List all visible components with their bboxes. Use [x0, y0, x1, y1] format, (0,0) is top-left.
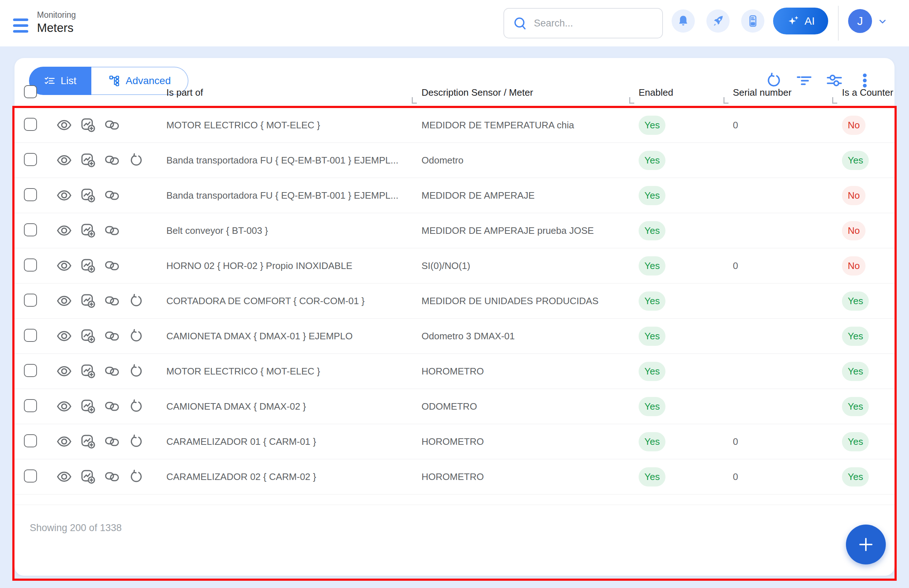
- history-icon[interactable]: [128, 433, 144, 450]
- view-icon[interactable]: [56, 468, 73, 485]
- view-icon[interactable]: [56, 152, 73, 168]
- column-header-is-part-of[interactable]: Is part of: [160, 87, 415, 98]
- enabled-badge: Yes: [639, 467, 665, 486]
- row-checkbox[interactable]: [24, 118, 37, 131]
- history-icon[interactable]: [128, 363, 144, 380]
- search-icon: [512, 15, 528, 31]
- add-reading-icon[interactable]: [80, 187, 97, 204]
- add-reading-icon[interactable]: [80, 433, 97, 450]
- description-value: Odometro: [415, 155, 632, 166]
- serial-number-value: 0: [727, 120, 738, 131]
- table-row[interactable]: Belt conveyor { BT-003 } MEDIDOR DE AMPE…: [15, 213, 894, 248]
- is-part-of-value: MOTOR ELECTRICO { MOT-ELEC }: [160, 120, 415, 131]
- row-checkbox[interactable]: [24, 188, 37, 201]
- table-row[interactable]: CARAMELIZADOR 02 { CARM-02 } HOROMETRO Y…: [15, 459, 894, 494]
- add-reading-icon[interactable]: [80, 152, 97, 168]
- history-icon[interactable]: [128, 468, 144, 485]
- avatar[interactable]: J: [848, 9, 872, 33]
- column-resize-handle[interactable]: [629, 97, 634, 104]
- link-icon[interactable]: [104, 398, 120, 415]
- column-header-enabled[interactable]: Enabled: [632, 87, 727, 98]
- history-icon[interactable]: [128, 152, 144, 168]
- add-reading-icon[interactable]: [80, 292, 97, 309]
- description-value: MEDIDOR DE UNIDADES PRODUCIDAS: [415, 296, 632, 307]
- link-icon[interactable]: [104, 152, 120, 168]
- enabled-badge: Yes: [639, 116, 665, 135]
- row-checkbox[interactable]: [24, 399, 37, 412]
- table-row[interactable]: CARAMELIZADOR 01 { CARM-01 } HOROMETRO Y…: [15, 424, 894, 459]
- link-icon[interactable]: [104, 292, 120, 309]
- select-all-checkbox[interactable]: [24, 85, 37, 98]
- breadcrumb-section: Monitoring: [37, 10, 76, 20]
- row-checkbox[interactable]: [24, 434, 37, 447]
- description-value: SI(0)/NO(1): [415, 260, 632, 271]
- row-checkbox[interactable]: [24, 329, 37, 342]
- counter-badge: Yes: [842, 291, 869, 311]
- view-icon[interactable]: [56, 117, 73, 133]
- add-reading-icon[interactable]: [80, 363, 97, 380]
- add-reading-icon[interactable]: [80, 398, 97, 415]
- table-row[interactable]: HORNO 02 { HOR-02 } Propio INOXIDABLE SI…: [15, 248, 894, 283]
- add-reading-icon[interactable]: [80, 328, 97, 344]
- view-icon[interactable]: [56, 398, 73, 415]
- table-row[interactable]: Banda transportadora FU { EQ-EM-BT-001 }…: [15, 178, 894, 213]
- table-row[interactable]: MOTOR ELECTRICO { MOT-ELEC } MEDIDOR DE …: [15, 107, 894, 142]
- view-icon[interactable]: [56, 363, 73, 380]
- is-part-of-value: CAMIONETA DMAX { DMAX-02 }: [160, 401, 415, 412]
- table-row[interactable]: CAMIONETA DMAX { DMAX-01 } EJEMPLO Odome…: [15, 318, 894, 354]
- ai-assistant-button[interactable]: AI: [773, 8, 828, 34]
- column-header-counter[interactable]: Is a Counter: [835, 87, 894, 98]
- table-body: MOTOR ELECTRICO { MOT-ELEC } MEDIDOR DE …: [15, 107, 894, 494]
- link-icon[interactable]: [104, 468, 120, 485]
- add-reading-icon[interactable]: [80, 222, 97, 239]
- table-row[interactable]: MOTOR ELECTRICO { MOT-ELEC } HOROMETRO Y…: [15, 354, 894, 389]
- column-header-description[interactable]: Description Sensor / Meter: [415, 87, 632, 98]
- view-icon[interactable]: [56, 187, 73, 204]
- row-checkbox[interactable]: [24, 258, 37, 271]
- row-checkbox[interactable]: [24, 364, 37, 377]
- link-icon[interactable]: [104, 328, 120, 344]
- counter-badge: Yes: [842, 326, 869, 346]
- column-header-serial[interactable]: Serial number: [727, 87, 835, 98]
- view-icon[interactable]: [56, 433, 73, 450]
- view-icon[interactable]: [56, 222, 73, 239]
- table-row[interactable]: CORTADORA DE COMFORT { COR-COM-01 } MEDI…: [15, 283, 894, 318]
- column-resize-handle[interactable]: [412, 97, 417, 104]
- notifications-button[interactable]: [672, 10, 695, 32]
- row-checkbox[interactable]: [24, 470, 37, 483]
- add-meter-button[interactable]: [846, 525, 886, 564]
- row-checkbox[interactable]: [24, 223, 37, 236]
- search-input[interactable]: [533, 18, 643, 29]
- row-checkbox[interactable]: [24, 294, 37, 307]
- whats-new-button[interactable]: [706, 10, 730, 32]
- view-icon[interactable]: [56, 328, 73, 344]
- is-part-of-value: CARAMELIZADOR 02 { CARM-02 }: [160, 471, 415, 483]
- link-icon[interactable]: [104, 187, 120, 204]
- link-icon[interactable]: [104, 222, 120, 239]
- add-reading-icon[interactable]: [80, 257, 97, 274]
- chevron-down-icon[interactable]: [877, 18, 888, 25]
- table-row[interactable]: Banda transportadora FU { EQ-EM-BT-001 }…: [15, 142, 894, 178]
- table-row[interactable]: CAMIONETA DMAX { DMAX-02 } ODOMETRO Yes …: [15, 389, 894, 424]
- link-icon[interactable]: [104, 363, 120, 380]
- changelog-button[interactable]: [741, 10, 764, 32]
- history-icon[interactable]: [128, 398, 144, 415]
- rocket-icon: [711, 14, 725, 28]
- counter-badge: Yes: [842, 362, 869, 381]
- link-icon[interactable]: [104, 117, 120, 133]
- link-icon[interactable]: [104, 433, 120, 450]
- row-checkbox[interactable]: [24, 153, 37, 166]
- menu-icon[interactable]: [13, 18, 29, 33]
- column-resize-handle[interactable]: [832, 97, 837, 104]
- view-icon[interactable]: [56, 292, 73, 309]
- view-icon[interactable]: [56, 257, 73, 274]
- is-part-of-value: CARAMELIZADOR 01 { CARM-01 }: [160, 436, 415, 447]
- history-icon[interactable]: [128, 328, 144, 344]
- search-box[interactable]: [504, 8, 663, 39]
- column-resize-handle[interactable]: [723, 97, 728, 104]
- link-icon[interactable]: [104, 257, 120, 274]
- add-reading-icon[interactable]: [80, 468, 97, 485]
- history-icon[interactable]: [128, 292, 144, 309]
- counter-badge: Yes: [842, 397, 869, 416]
- add-reading-icon[interactable]: [80, 117, 97, 133]
